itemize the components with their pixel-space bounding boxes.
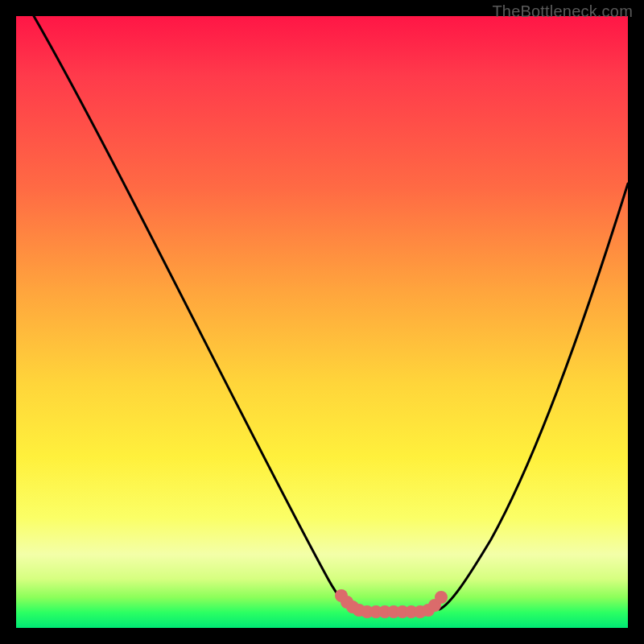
plot-area [16, 16, 628, 628]
curve-left-branch [34, 16, 354, 609]
chart-svg [16, 16, 628, 628]
svg-point-13 [435, 591, 448, 604]
chart-frame: TheBottleneck.com [0, 0, 644, 644]
valley-markers [335, 589, 448, 618]
curve-right-branch [440, 184, 628, 609]
watermark-text: TheBottleneck.com [492, 2, 633, 21]
